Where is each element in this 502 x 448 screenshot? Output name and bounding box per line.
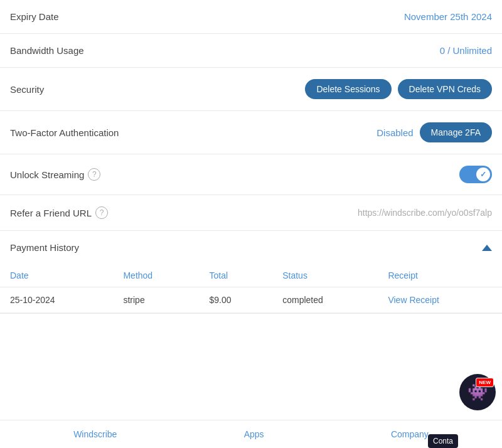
toggle-switch[interactable]: ✓: [459, 166, 492, 183]
refer-left: Refer a Friend URL ?: [10, 206, 108, 219]
security-label: Security: [10, 84, 44, 95]
cell-status: completed: [272, 287, 378, 313]
unlock-streaming-help-icon[interactable]: ?: [88, 168, 100, 181]
payment-table: Date Method Total Status Receipt 25-10-2…: [0, 264, 502, 313]
toggle-track: ✓: [459, 166, 492, 183]
footer: Windscribe Apps Company: [0, 420, 502, 448]
refer-url-value: https://windscribe.com/yo/o0sf7alp: [358, 208, 492, 218]
security-buttons: Delete Sessions Delete VPN Creds: [305, 79, 492, 99]
payment-history-label: Payment History: [10, 242, 79, 253]
toggle-thumb: ✓: [476, 168, 490, 181]
expiry-label: Expiry Date: [10, 11, 59, 22]
cell-receipt[interactable]: View Receipt: [378, 287, 502, 313]
two-fa-label: Two-Factor Authentication: [10, 127, 119, 138]
col-method: Method: [113, 264, 199, 287]
refer-help-icon[interactable]: ?: [95, 206, 108, 219]
table-row: 25-10-2024 stripe $9.00 completed View R…: [0, 287, 502, 313]
unlock-streaming-left: Unlock Streaming ?: [10, 168, 100, 181]
footer-apps[interactable]: Apps: [244, 429, 264, 439]
chat-bubble-inner: 👾 NEW: [467, 383, 488, 402]
view-receipt-link[interactable]: View Receipt: [388, 295, 439, 305]
col-date: Date: [0, 264, 113, 287]
bandwidth-label: Bandwidth Usage: [10, 45, 84, 56]
expiry-row: Expiry Date November 25th 2024: [0, 0, 502, 34]
manage-2fa-button[interactable]: Manage 2FA: [420, 122, 492, 142]
bandwidth-row: Bandwidth Usage 0 / Unlimited: [0, 34, 502, 68]
refer-label: Refer a Friend URL: [10, 208, 92, 218]
chevron-up-icon: [482, 245, 492, 251]
col-status: Status: [272, 264, 378, 287]
toggle-check-icon: ✓: [480, 170, 486, 179]
expiry-value: November 25th 2024: [404, 11, 492, 22]
delete-sessions-button[interactable]: Delete Sessions: [305, 79, 391, 99]
new-badge: NEW: [476, 378, 494, 387]
bandwidth-value: 0 / Unlimited: [440, 45, 492, 56]
payment-history-section: Payment History Date Method Total Status…: [0, 231, 502, 314]
two-fa-status: Disabled: [376, 127, 413, 138]
footer-windscribe[interactable]: Windscribe: [73, 429, 117, 439]
chat-bubble[interactable]: 👾 NEW: [459, 374, 496, 410]
unlock-streaming-toggle[interactable]: ✓: [459, 166, 492, 183]
two-fa-row: Two-Factor Authentication Disabled Manag…: [0, 111, 502, 154]
payment-history-header[interactable]: Payment History: [0, 231, 502, 264]
cell-date: 25-10-2024: [0, 287, 113, 313]
refer-row: Refer a Friend URL ? https://windscribe.…: [0, 195, 502, 231]
security-row: Security Delete Sessions Delete VPN Cred…: [0, 68, 502, 111]
footer-company[interactable]: Company: [391, 429, 429, 439]
contact-label: Conta: [428, 434, 458, 448]
col-receipt: Receipt: [378, 264, 502, 287]
unlock-streaming-label: Unlock Streaming: [10, 169, 84, 180]
cell-total: $9.00: [199, 287, 272, 313]
col-total: Total: [199, 264, 272, 287]
delete-vpn-creds-button[interactable]: Delete VPN Creds: [398, 79, 492, 99]
cell-method: stripe: [113, 287, 199, 313]
two-fa-right: Disabled Manage 2FA: [376, 122, 492, 142]
table-header-row: Date Method Total Status Receipt: [0, 264, 502, 287]
unlock-streaming-row: Unlock Streaming ? ✓: [0, 154, 502, 195]
